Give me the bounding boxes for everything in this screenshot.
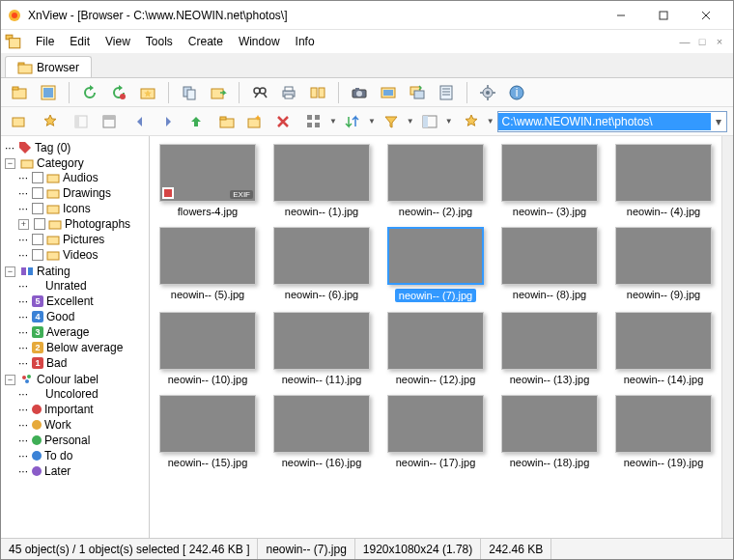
thumbnail-item[interactable]: neowin-- (16).jpg: [268, 395, 376, 468]
tree-rating-item[interactable]: ···2Below average: [18, 341, 147, 354]
tree-colour-item[interactable]: ···To do: [18, 449, 147, 462]
panel-toggle-1[interactable]: [69, 109, 94, 134]
menu-info[interactable]: Info: [288, 32, 323, 51]
view-mode-button[interactable]: [301, 109, 326, 134]
favorites-dropdown-button[interactable]: [459, 109, 484, 134]
tree-colour-label[interactable]: −Colour label: [5, 373, 147, 386]
tree-colour-item[interactable]: ···Later: [18, 464, 147, 478]
expand-icon[interactable]: +: [18, 219, 29, 230]
copy-to-button[interactable]: [177, 80, 202, 105]
thumbnail-item[interactable]: EXIFflowers-4.jpg: [154, 144, 262, 217]
menu-tools[interactable]: Tools: [138, 32, 181, 51]
slideshow-button[interactable]: [376, 80, 401, 105]
convert-button[interactable]: [434, 80, 459, 105]
panel-toggle-2[interactable]: [97, 109, 122, 134]
thumbnail-item[interactable]: neowin-- (9).jpg: [609, 227, 718, 302]
tree-rating-item[interactable]: ···3Average: [18, 325, 147, 339]
tree-rating-item[interactable]: ···Unrated: [18, 279, 147, 293]
open-folder-button[interactable]: [214, 109, 240, 134]
nav-forward-button[interactable]: [155, 109, 181, 134]
thumbnail-item[interactable]: neowin-- (15).jpg: [154, 395, 262, 468]
thumbnail-item[interactable]: neowin-- (1).jpg: [268, 144, 376, 217]
thumbnail-item[interactable]: neowin-- (7).jpg: [381, 227, 490, 302]
sort-button[interactable]: [340, 109, 365, 134]
delete-button[interactable]: [270, 109, 296, 134]
thumbnail-item[interactable]: neowin-- (14).jpg: [609, 312, 718, 385]
print-button[interactable]: [276, 80, 301, 105]
menu-view[interactable]: View: [98, 32, 138, 51]
tree-category-item[interactable]: ···Pictures: [18, 233, 147, 246]
thumbnail-item[interactable]: neowin-- (18).jpg: [495, 395, 604, 468]
compare-button[interactable]: [305, 80, 330, 105]
thumbnail-item[interactable]: neowin-- (6).jpg: [268, 227, 376, 302]
batch-convert-button[interactable]: [405, 80, 430, 105]
filter-button[interactable]: [379, 109, 404, 134]
thumbnail-item[interactable]: neowin-- (4).jpg: [609, 144, 718, 217]
move-to-button[interactable]: [206, 80, 231, 105]
menu-file[interactable]: File: [28, 32, 62, 51]
tree-colour-item[interactable]: ···Personal: [18, 434, 147, 447]
tree-colour-item[interactable]: ···Work: [18, 418, 147, 432]
nav-back-button[interactable]: [127, 109, 153, 134]
about-button[interactable]: i: [504, 80, 529, 105]
mdi-restore-button[interactable]: □: [694, 34, 710, 49]
open-button[interactable]: [7, 80, 32, 105]
favorites-button[interactable]: [135, 80, 160, 105]
layout-button[interactable]: [417, 109, 442, 134]
checkbox[interactable]: [32, 203, 43, 214]
acquire-button[interactable]: [347, 80, 372, 105]
checkbox[interactable]: [32, 172, 43, 183]
refresh-button[interactable]: [77, 80, 102, 105]
address-dropdown-icon[interactable]: ▾: [711, 115, 726, 128]
tree-category[interactable]: −Category: [5, 156, 147, 170]
thumbnail-item[interactable]: neowin-- (8).jpg: [495, 227, 604, 302]
checkbox[interactable]: [34, 218, 45, 230]
mdi-close-button[interactable]: ×: [712, 34, 727, 49]
thumbnail-item[interactable]: neowin-- (11).jpg: [268, 312, 376, 385]
thumbnail-item[interactable]: neowin-- (19).jpg: [609, 395, 718, 468]
search-button[interactable]: [247, 80, 272, 105]
thumbnail-item[interactable]: neowin-- (10).jpg: [154, 312, 262, 385]
tree-category-item[interactable]: ···Audios: [18, 171, 147, 184]
favorite-star-button[interactable]: [38, 109, 63, 134]
tree-tag[interactable]: ···Tag (0): [5, 141, 147, 154]
thumbnail-viewport[interactable]: EXIFflowers-4.jpgneowin-- (1).jpgneowin-…: [150, 136, 721, 538]
tree-category-item[interactable]: ···Drawings: [18, 186, 147, 200]
folder-tree-button[interactable]: [7, 109, 32, 134]
tree-rating-item[interactable]: ···1Bad: [18, 356, 147, 370]
thumbnail-item[interactable]: neowin-- (17).jpg: [381, 395, 490, 468]
minimize-button[interactable]: [600, 2, 642, 29]
settings-button[interactable]: [475, 80, 500, 105]
checkbox[interactable]: [32, 249, 43, 261]
thumbnail-item[interactable]: neowin-- (12).jpg: [381, 312, 490, 385]
fullscreen-button[interactable]: [36, 80, 61, 105]
vertical-scrollbar[interactable]: [721, 136, 733, 538]
tab-browser[interactable]: Browser: [5, 56, 92, 77]
collapse-icon[interactable]: −: [5, 375, 15, 385]
new-folder-button[interactable]: [242, 109, 268, 134]
thumbnail-item[interactable]: neowin-- (2).jpg: [381, 144, 490, 217]
tree-rating-item[interactable]: ···5Excellent: [18, 294, 147, 308]
close-button[interactable]: [685, 2, 727, 29]
thumbnail-item[interactable]: neowin-- (3).jpg: [495, 144, 604, 217]
collapse-icon[interactable]: −: [5, 158, 15, 169]
nav-up-button[interactable]: [184, 109, 209, 134]
collapse-icon[interactable]: −: [5, 266, 15, 277]
tree-category-item[interactable]: ···Videos: [18, 248, 147, 262]
maximize-button[interactable]: [642, 2, 685, 29]
tree-colour-item[interactable]: ···Uncolored: [18, 387, 147, 401]
checkbox[interactable]: [32, 187, 43, 199]
tree-colour-item[interactable]: ···Important: [18, 403, 147, 416]
menu-create[interactable]: Create: [181, 32, 231, 51]
tree-category-item[interactable]: ···Icons: [18, 202, 147, 215]
address-input[interactable]: [498, 113, 711, 130]
thumbnail-item[interactable]: neowin-- (5).jpg: [154, 227, 262, 302]
tree-category-item[interactable]: +Photographs: [18, 217, 147, 231]
menu-window[interactable]: Window: [231, 32, 288, 51]
thumbnail-item[interactable]: neowin-- (13).jpg: [495, 312, 604, 385]
address-bar[interactable]: ▾: [497, 111, 727, 132]
menu-edit[interactable]: Edit: [62, 32, 98, 51]
tree-rating-item[interactable]: ···4Good: [18, 310, 147, 323]
mdi-minimize-button[interactable]: —: [677, 34, 692, 49]
checkbox[interactable]: [32, 234, 43, 245]
